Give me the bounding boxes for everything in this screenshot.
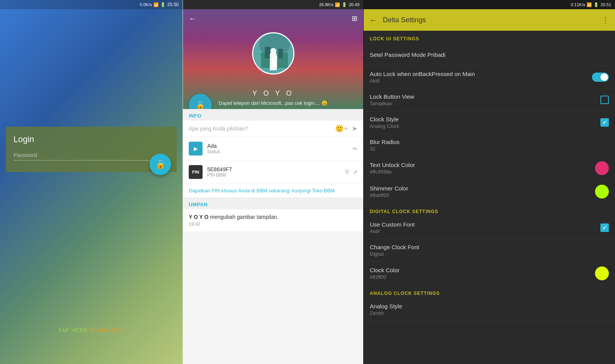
edit-icon[interactable]: ✏ xyxy=(352,145,357,152)
section-header-digital: DIGITAL CLOCK SETTINGS xyxy=(364,204,615,217)
item-sub-customfont: Aktif xyxy=(370,228,597,234)
qr-icon[interactable]: ⊞ xyxy=(352,14,357,23)
emoji-icon[interactable]: 🙂+ xyxy=(335,124,348,133)
item-sub-analogstyle: Zenith xyxy=(370,310,609,316)
profile-username: Y O Y O xyxy=(183,89,363,98)
pin-row-sub: PIN BBM xyxy=(207,172,346,178)
item-content-clockstyle: Clock Style Analog Clock xyxy=(370,116,597,129)
status-bar-2: 26.8K/s 📶 🔋 20.49 xyxy=(183,0,363,9)
color-dot-unlock[interactable] xyxy=(595,161,609,175)
settings-item-clockstyle[interactable]: Clock Style Analog Clock ✓ xyxy=(364,111,615,134)
profile-status-message: Dapet telepon dari Microsoft...pas cek l… xyxy=(183,100,363,106)
settings-item-unlockcolor[interactable]: Text Unlock Color #ffc9598e xyxy=(364,157,615,180)
umpan-text: Y O Y O mengubah gambar tampilan. xyxy=(189,214,357,220)
checkbox-clockstyle[interactable]: ✓ xyxy=(600,118,609,127)
pin-row-title: 5E8649F7 xyxy=(207,166,346,172)
battery-icon-3: 🔋 xyxy=(593,2,599,7)
section-header-lock: LOCK UI SETTINGS xyxy=(364,31,615,44)
password-field[interactable]: Password xyxy=(13,152,169,160)
color-clockcolor[interactable] xyxy=(595,266,609,280)
item-title-clockcolor: Clock Color xyxy=(370,267,591,273)
settings-list: LOCK UI SETTINGS Setel Password Mode Pri… xyxy=(364,31,615,364)
settings-item-clockcolor[interactable]: Clock Color #ff2ff00 xyxy=(364,262,615,285)
item-content-lockbtn: Lock Button View Tampilkan xyxy=(370,93,597,106)
compose-icons: 🙂+ ➤ xyxy=(335,124,357,133)
more-button[interactable]: ⋮ xyxy=(602,15,609,25)
speed-indicator-3: 0.11K/s xyxy=(571,2,585,7)
avatar xyxy=(252,32,294,74)
item-sub-unlockcolor: #ffc9598e xyxy=(370,169,591,175)
battery-icon-2: 🔋 xyxy=(342,2,347,7)
item-content-autolock: Auto Lock when onBackPressed on Main Akt… xyxy=(370,71,588,84)
copy-icon[interactable]: ⎘ xyxy=(346,169,349,176)
time-3: 20.51 xyxy=(600,2,611,7)
checkbox-customfont[interactable]: ✓ xyxy=(600,223,609,232)
send-icon[interactable]: ➤ xyxy=(352,124,357,133)
settings-item-analogstyle[interactable]: Analog Style Zenith xyxy=(364,298,615,321)
toggle-autolock-switch[interactable] xyxy=(592,73,609,82)
item-content-blur: Blur Radius 32 xyxy=(370,139,609,152)
color-unlockcolor[interactable] xyxy=(595,161,609,175)
settings-item-customfont[interactable]: Use Custom Font Aktif ✓ xyxy=(364,217,615,239)
umpan-time: 19.42 xyxy=(189,222,357,227)
back-button[interactable]: ← xyxy=(369,16,377,25)
header-nav: ← ⊞ xyxy=(183,9,363,28)
back-icon-bbm[interactable]: ← xyxy=(189,14,196,23)
settings-item-blur[interactable]: Blur Radius 32 xyxy=(364,134,615,157)
status-icons-2: 26.8K/s 📶 🔋 20.49 xyxy=(319,2,359,7)
signal-icon-3: 📶 xyxy=(587,2,592,7)
toggle-autolock[interactable] xyxy=(592,73,609,82)
umpan-author: Y O Y O xyxy=(189,214,208,220)
section-header-analog: ANALOG CLOCK SETTINGS xyxy=(364,285,615,298)
settings-toolbar: ← Delta Settings ⋮ xyxy=(364,9,615,31)
checkbox-check-font-icon: ✓ xyxy=(602,225,607,231)
item-sub-autolock: Aktif xyxy=(370,78,588,84)
settings-item-password[interactable]: Setel Password Mode Pribadi xyxy=(364,44,615,66)
compose-placeholder: Apa yang Anda pikirkan? xyxy=(189,126,335,132)
umpan-action: mengubah gambar tampilan. xyxy=(208,214,278,220)
speed-indicator-2: 26.8K/s xyxy=(319,2,333,7)
status-row-content: Ada Status xyxy=(207,143,352,154)
item-content-customfont: Use Custom Font Aktif xyxy=(370,221,597,234)
item-content-analogstyle: Analog Style Zenith xyxy=(370,303,609,316)
item-content-password: Setel Password Mode Pribadi xyxy=(370,51,609,58)
item-title-autolock: Auto Lock when onBackPressed on Main xyxy=(370,71,588,77)
settings-item-clockfont[interactable]: Change Clock Font Digital xyxy=(364,239,615,262)
status-icons-1: 0.0K/s 📶 🔋 20.50 xyxy=(140,2,179,7)
settings-item-autolock[interactable]: Auto Lock when onBackPressed on Main Akt… xyxy=(364,66,615,89)
checkbox-clockstyle-box[interactable]: ✓ xyxy=(600,118,609,127)
avatar-image xyxy=(253,33,293,73)
battery-icon-1: 🔋 xyxy=(160,2,166,7)
compose-bar[interactable]: Apa yang Anda pikirkan? 🙂+ ➤ xyxy=(183,121,363,137)
share-icon[interactable]: ⇗ xyxy=(352,169,357,176)
item-title-clockfont: Change Clock Font xyxy=(370,244,609,250)
speed-indicator-1: 0.0K/s xyxy=(140,2,152,7)
status-row-title: Ada xyxy=(207,143,352,149)
color-shimmer[interactable] xyxy=(595,185,609,199)
pin-row[interactable]: PIN 5E8649F7 PIN BBM ⎘ ⇗ xyxy=(183,160,363,184)
color-dot-shimmer[interactable] xyxy=(595,185,609,199)
checkbox-lockbtn-box[interactable] xyxy=(600,96,609,104)
checkbox-lockbtn[interactable] xyxy=(600,96,609,104)
settings-item-lockbtn[interactable]: Lock Button View Tampilkan xyxy=(364,89,615,111)
lock-screen-panel: 0.0K/s 📶 🔋 20.50 Login Password 🔒 TAP HE… xyxy=(0,0,183,364)
settings-item-shimmer[interactable]: Shimmer Color #ffabff00 xyxy=(364,180,615,204)
item-sub-clockcolor: #ff2ff00 xyxy=(370,274,591,280)
tap-unlock-text[interactable]: TAP HERE TO UNLOCK xyxy=(0,327,183,333)
umpan-label: UMPAN xyxy=(183,198,363,209)
pin-icon: PIN xyxy=(192,170,199,174)
info-section: INFO Apa yang Anda pikirkan? 🙂+ ➤ ▶ Ada … xyxy=(183,109,363,198)
signal-icon-2: 📶 xyxy=(335,2,340,7)
item-sub-blur: 32 xyxy=(370,146,609,152)
signal-icon-1: 📶 xyxy=(153,2,159,7)
bbm-link[interactable]: Dapatkan PIN khusus Anda di BBM sekarang… xyxy=(183,184,363,198)
item-sub-clockfont: Digital xyxy=(370,251,609,257)
item-sub-shimmer: #ffabff00 xyxy=(370,192,591,198)
lock-fab-button[interactable]: 🔒 xyxy=(150,154,171,175)
item-sub-lockbtn: Tampilkan xyxy=(370,101,597,106)
status-row[interactable]: ▶ Ada Status ✏ xyxy=(183,137,363,160)
checkbox-customfont-box[interactable]: ✓ xyxy=(600,223,609,232)
item-content-clockcolor: Clock Color #ff2ff00 xyxy=(370,267,591,280)
color-dot-clock[interactable] xyxy=(595,266,609,280)
status-row-icon: ▶ xyxy=(189,142,203,156)
